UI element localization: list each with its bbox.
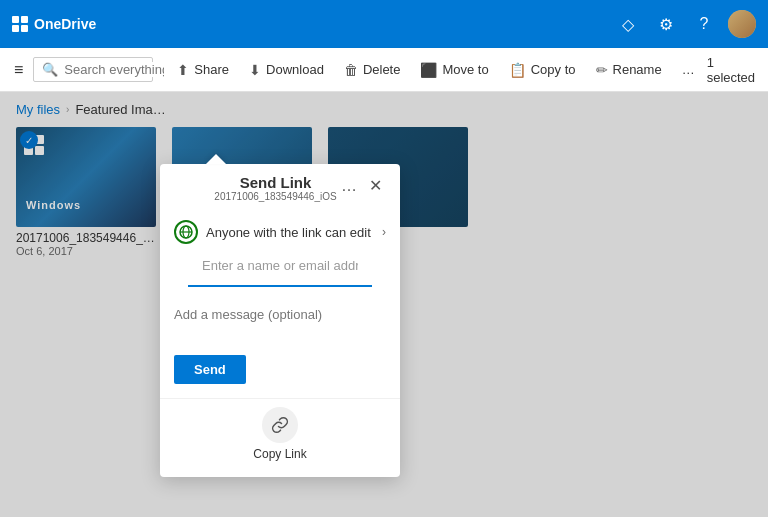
copy-link-button[interactable] bbox=[262, 407, 298, 443]
send-button[interactable]: Send bbox=[174, 355, 246, 384]
share-button[interactable]: ⬆ Share bbox=[169, 58, 237, 82]
copy-to-button[interactable]: 📋 Copy to bbox=[501, 58, 584, 82]
popup-arrow bbox=[206, 154, 226, 164]
search-input[interactable] bbox=[64, 62, 164, 77]
share-label: Share bbox=[194, 62, 229, 77]
top-bar: OneDrive ◇ ⚙ ? bbox=[0, 0, 768, 48]
chevron-right-icon: › bbox=[382, 225, 386, 239]
more-icon: … bbox=[682, 62, 695, 77]
move-icon: ⬛ bbox=[420, 62, 437, 78]
gear-icon[interactable]: ⚙ bbox=[652, 10, 680, 38]
top-bar-icons: ◇ ⚙ ? bbox=[614, 10, 756, 38]
close-selection-icon[interactable]: ✕ bbox=[763, 58, 768, 81]
download-button[interactable]: ⬇ Download bbox=[241, 58, 332, 82]
logo-grid-icon bbox=[12, 16, 28, 32]
rename-label: Rename bbox=[613, 62, 662, 77]
chain-icon bbox=[270, 415, 290, 435]
copy-icon: 📋 bbox=[509, 62, 526, 78]
globe-icon bbox=[174, 220, 198, 244]
send-link-popup: Send Link 20171006_183549446_iOS … ✕ Any… bbox=[160, 164, 400, 477]
app-name: OneDrive bbox=[34, 16, 96, 32]
email-input[interactable] bbox=[202, 254, 358, 277]
rename-button[interactable]: ✏ Rename bbox=[588, 58, 670, 82]
search-icon: 🔍 bbox=[42, 62, 58, 77]
diamond-icon[interactable]: ◇ bbox=[614, 10, 642, 38]
download-icon: ⬇ bbox=[249, 62, 261, 78]
copy-link-label: Copy Link bbox=[253, 447, 306, 461]
search-box[interactable]: 🔍 bbox=[33, 57, 153, 82]
link-perm-left: Anyone with the link can edit bbox=[174, 220, 371, 244]
delete-label: Delete bbox=[363, 62, 401, 77]
action-bar-right: 1 selected ✕ ⓘ bbox=[707, 55, 768, 85]
move-label: Move to bbox=[442, 62, 488, 77]
popup-header-row: Send Link 20171006_183549446_iOS … ✕ bbox=[160, 164, 400, 210]
rename-icon: ✏ bbox=[596, 62, 608, 78]
email-input-container bbox=[160, 254, 400, 299]
main-content: My files › Featured Ima… Windows ✓ 20171… bbox=[0, 92, 768, 517]
selected-count: 1 selected bbox=[707, 55, 755, 85]
message-area bbox=[160, 299, 400, 355]
send-button-area: Send bbox=[160, 355, 400, 398]
action-bar: ≡ 🔍 ⬆ Share ⬇ Download 🗑 Delete ⬛ Move t… bbox=[0, 48, 768, 92]
popup-title: Send Link bbox=[214, 174, 337, 191]
share-icon: ⬆ bbox=[177, 62, 189, 78]
link-permission-row[interactable]: Anyone with the link can edit › bbox=[160, 210, 400, 254]
copy-label: Copy to bbox=[531, 62, 576, 77]
menu-icon[interactable]: ≡ bbox=[8, 57, 29, 83]
delete-button[interactable]: 🗑 Delete bbox=[336, 58, 409, 82]
popup-subtitle: 20171006_183549446_iOS bbox=[214, 191, 337, 210]
popup-title-block: Send Link 20171006_183549446_iOS bbox=[214, 174, 337, 210]
avatar[interactable] bbox=[728, 10, 756, 38]
delete-icon: 🗑 bbox=[344, 62, 358, 78]
app-logo[interactable]: OneDrive bbox=[12, 16, 96, 32]
avatar-image bbox=[728, 10, 756, 38]
link-permission-text: Anyone with the link can edit bbox=[206, 225, 371, 240]
move-to-button[interactable]: ⬛ Move to bbox=[412, 58, 496, 82]
copy-link-section: Copy Link bbox=[160, 398, 400, 477]
message-input[interactable] bbox=[174, 307, 386, 337]
help-icon[interactable]: ? bbox=[690, 10, 718, 38]
email-input-area bbox=[188, 254, 372, 287]
download-label: Download bbox=[266, 62, 324, 77]
popup-close-icon[interactable]: ✕ bbox=[365, 174, 386, 197]
more-button[interactable]: … bbox=[674, 58, 703, 81]
popup-more-icon[interactable]: … bbox=[337, 175, 361, 197]
